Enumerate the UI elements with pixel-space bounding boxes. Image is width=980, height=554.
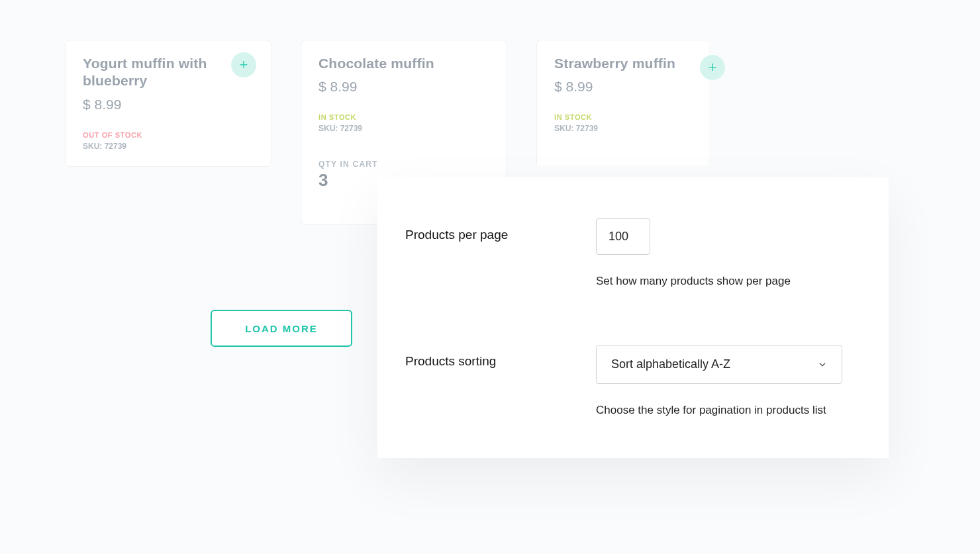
- plus-icon: +: [240, 58, 248, 72]
- chevron-down-icon: [818, 360, 827, 369]
- product-price: $ 8.99: [83, 97, 254, 113]
- setting-label: Products sorting: [405, 345, 596, 369]
- product-title: Strawberry muffin: [554, 55, 691, 72]
- select-value: Sort alphabetically A-Z: [611, 357, 730, 371]
- settings-panel: Products per page 100 Set how many produ…: [377, 177, 889, 458]
- stock-status: IN STOCK: [554, 113, 691, 121]
- product-price: $ 8.99: [554, 79, 691, 95]
- product-sku: SKU: 72739: [554, 124, 691, 133]
- product-card: Yogurt muffin with blueberry $ 8.99 OUT …: [65, 40, 271, 167]
- load-more-button[interactable]: LOAD MORE: [211, 310, 352, 347]
- add-to-cart-button[interactable]: +: [700, 55, 725, 80]
- setting-helper-text: Choose the style for pagination in produ…: [596, 404, 854, 417]
- stock-status: IN STOCK: [318, 113, 489, 121]
- product-price: $ 8.99: [318, 79, 489, 95]
- product-title: Yogurt muffin with blueberry: [83, 55, 222, 90]
- setting-label: Products per page: [405, 218, 596, 242]
- add-to-cart-button[interactable]: +: [231, 52, 256, 77]
- product-sku: SKU: 72739: [318, 124, 489, 133]
- products-sorting-select[interactable]: Sort alphabetically A-Z: [596, 345, 842, 384]
- product-sku: SKU: 72739: [83, 142, 254, 151]
- qty-in-cart-label: QTY IN CART: [318, 160, 489, 169]
- setting-row-per-page: Products per page 100 Set how many produ…: [405, 218, 854, 288]
- product-title: Chocolate muffin: [318, 55, 458, 72]
- plus-icon: +: [709, 60, 717, 75]
- product-card: Strawberry muffin $ 8.99 IN STOCK SKU: 7…: [536, 40, 709, 165]
- setting-helper-text: Set how many products show per page: [596, 275, 854, 288]
- products-per-page-input[interactable]: 100: [596, 218, 650, 255]
- setting-row-sorting: Products sorting Sort alphabetically A-Z…: [405, 345, 854, 417]
- stock-status: OUT OF STOCK: [83, 131, 254, 139]
